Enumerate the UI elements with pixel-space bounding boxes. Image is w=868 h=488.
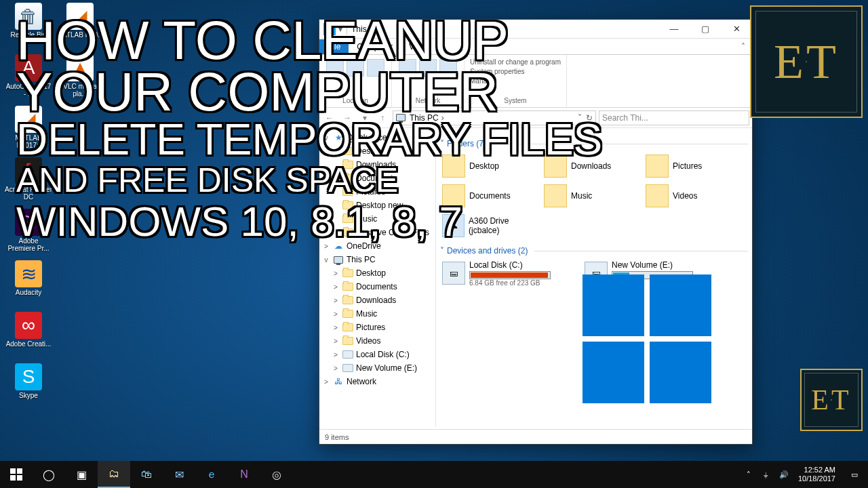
minimize-button[interactable]: —	[658, 20, 690, 39]
nav-item[interactable]: Desktop	[319, 144, 435, 158]
nav-item-icon	[342, 322, 353, 333]
taskbar[interactable]: ◯ ▣ 🗂 🛍 ✉ ｅ N ◎ ˄ ⏚ 🔊 12:52 AM 10/18/201…	[0, 461, 868, 488]
desktop-icon[interactable]: 🗑Recycle Bin	[3, 3, 54, 52]
desktop-icon[interactable]: ◢MATLAB R2017a	[3, 106, 54, 155]
nav-item[interactable]: >Downloads	[319, 293, 435, 307]
folder-tile[interactable]: Videos	[644, 181, 745, 211]
tab-computer[interactable]: Computer	[349, 39, 401, 54]
add-location-icon[interactable]	[439, 59, 457, 77]
navigation-pane[interactable]: v★Quick accessDesktopDownloadsDocumentsP…	[319, 128, 436, 426]
expand-icon[interactable]: >	[322, 378, 330, 386]
tab-view[interactable]: View	[401, 39, 435, 54]
nav-item[interactable]: Documents	[319, 171, 435, 185]
icon-label: Skype	[19, 392, 38, 399]
taskbar-mail-button[interactable]: ✉	[163, 461, 195, 488]
search-button[interactable]: ◯	[33, 461, 65, 488]
nav-item[interactable]: >☁OneDrive	[319, 239, 435, 253]
nav-item[interactable]: Desktop new	[319, 199, 435, 212]
open-icon[interactable]	[347, 59, 364, 77]
content-pane[interactable]: ˅Folders (7) DesktopDownloadsPicturesDoc…	[436, 128, 752, 426]
desktop-icon[interactable]: ⁅Acrobat Reader DC	[3, 157, 54, 206]
folder-tile[interactable]: Downloads	[542, 151, 644, 181]
nav-item[interactable]: >Desktop	[319, 266, 435, 280]
expand-icon[interactable]: >	[332, 270, 340, 277]
ribbon-link[interactable]: Manage	[470, 77, 561, 86]
list-item[interactable]: ☁ A360 Drive (jcbalce)	[440, 211, 542, 241]
nav-forward-button[interactable]: →	[340, 110, 355, 125]
tray-volume-icon[interactable]: 🔊	[775, 470, 793, 479]
expand-icon[interactable]: >	[332, 365, 340, 372]
map-drive-icon[interactable]	[419, 59, 437, 77]
desktop-icon[interactable]: ∞Adobe Creati...	[3, 312, 54, 361]
dropdown-icon[interactable]: ˅	[578, 113, 582, 123]
task-view-button[interactable]: ▣	[65, 461, 98, 488]
nav-item[interactable]: v★Quick access	[319, 131, 435, 144]
expand-icon[interactable]: v	[322, 134, 330, 142]
close-button[interactable]: ✕	[721, 20, 752, 39]
ribbon-link[interactable]: Uninstall or change a program	[470, 58, 561, 67]
taskbar-store-button[interactable]: 🛍	[130, 461, 163, 488]
desktop-icon[interactable]: SSkype	[3, 363, 54, 412]
expand-icon[interactable]: >	[322, 243, 330, 250]
desktop-icon[interactable]: ≋Audacity	[3, 260, 54, 309]
properties-icon[interactable]	[326, 59, 344, 77]
folder-tile[interactable]: Documents	[440, 181, 542, 211]
desktop[interactable]: 🗑Recycle BinAAutoCAD 2017 - ...◢MATLAB R…	[0, 0, 868, 461]
folder-tile[interactable]: Music	[542, 181, 644, 211]
expand-icon[interactable]: >	[332, 310, 340, 318]
refresh-icon[interactable]: ↻	[586, 113, 593, 123]
tray-network-icon[interactable]: ⏚	[757, 470, 775, 479]
nav-recent-button[interactable]: ▾	[357, 110, 372, 125]
nav-item[interactable]: >Local Disk (C:)	[319, 348, 435, 361]
group-header-folders[interactable]: ˅Folders (7)	[440, 139, 748, 148]
expand-icon[interactable]: >	[332, 283, 340, 291]
tray-overflow-button[interactable]: ˄	[740, 470, 757, 479]
ribbon-link[interactable]: System properties	[470, 67, 561, 77]
nav-item[interactable]: Downloads	[319, 158, 435, 171]
nav-item[interactable]: Creative Cloud Files	[319, 226, 435, 239]
desktop-icon[interactable]: ▲VLC media pla...	[54, 54, 106, 103]
maximize-button[interactable]: ▢	[690, 20, 721, 39]
desktop-icon[interactable]: ◢MATLAB R20...	[54, 3, 106, 52]
breadcrumb[interactable]: This PC	[410, 113, 439, 123]
drive-tile[interactable]: 🖴 Local Disk (C:) 6.84 GB free of 223 GB	[440, 258, 583, 288]
tab-file[interactable]: File	[319, 39, 349, 54]
action-center-button[interactable]: ▭	[841, 461, 868, 488]
start-button[interactable]	[0, 461, 33, 488]
nav-item[interactable]: >Pictures	[319, 321, 435, 334]
desktop-icon[interactable]: PrAdobe Premiere Pr...	[3, 209, 54, 258]
group-header-devices[interactable]: ˅Devices and drives (2)	[440, 246, 748, 256]
titlebar[interactable]: ▾ This PC — ▢ ✕	[319, 20, 752, 39]
nav-item[interactable]: >Documents	[319, 280, 435, 293]
expand-icon[interactable]: >	[332, 351, 340, 359]
icon-label: MATLAB R2017a	[4, 134, 53, 149]
taskbar-obs-button[interactable]: ◎	[260, 461, 293, 488]
taskbar-edge-button[interactable]: ｅ	[195, 461, 228, 488]
folder-tile[interactable]: Desktop	[440, 151, 542, 181]
expand-icon[interactable]: >	[332, 297, 340, 304]
expand-icon[interactable]: >	[332, 338, 340, 345]
nav-back-button[interactable]: ←	[322, 110, 337, 125]
taskbar-explorer-button[interactable]: 🗂	[98, 461, 130, 488]
address-bar[interactable]: This PC › ˅ ↻	[393, 110, 596, 125]
folder-tile[interactable]: Pictures	[644, 151, 745, 181]
nav-item[interactable]: >Videos	[319, 334, 435, 348]
nav-up-button[interactable]: ↑	[375, 110, 390, 125]
rename-icon[interactable]	[367, 59, 384, 77]
file-explorer-window[interactable]: ▾ This PC — ▢ ✕ File Computer View ˄ Loc…	[319, 19, 753, 445]
nav-item[interactable]: Music	[319, 212, 435, 226]
expand-icon[interactable]: >	[332, 324, 340, 331]
taskbar-onenote-button[interactable]: N	[228, 461, 260, 488]
media-icon[interactable]	[399, 59, 416, 77]
channel-logo: ET	[750, 5, 863, 118]
nav-item[interactable]: >🖧Network	[319, 375, 435, 388]
desktop-icon[interactable]: AAutoCAD 2017 - ...	[3, 54, 54, 103]
nav-item[interactable]: Pictures	[319, 185, 435, 199]
search-input[interactable]: Search Thi...	[599, 110, 749, 125]
nav-item[interactable]: vThis PC	[319, 253, 435, 266]
nav-item[interactable]: >New Volume (E:)	[319, 361, 435, 375]
nav-item[interactable]: >Music	[319, 307, 435, 321]
taskbar-clock[interactable]: 12:52 AM 10/18/2017	[793, 466, 841, 483]
clock-time: 12:52 AM	[798, 466, 835, 474]
expand-icon[interactable]: v	[322, 256, 330, 264]
